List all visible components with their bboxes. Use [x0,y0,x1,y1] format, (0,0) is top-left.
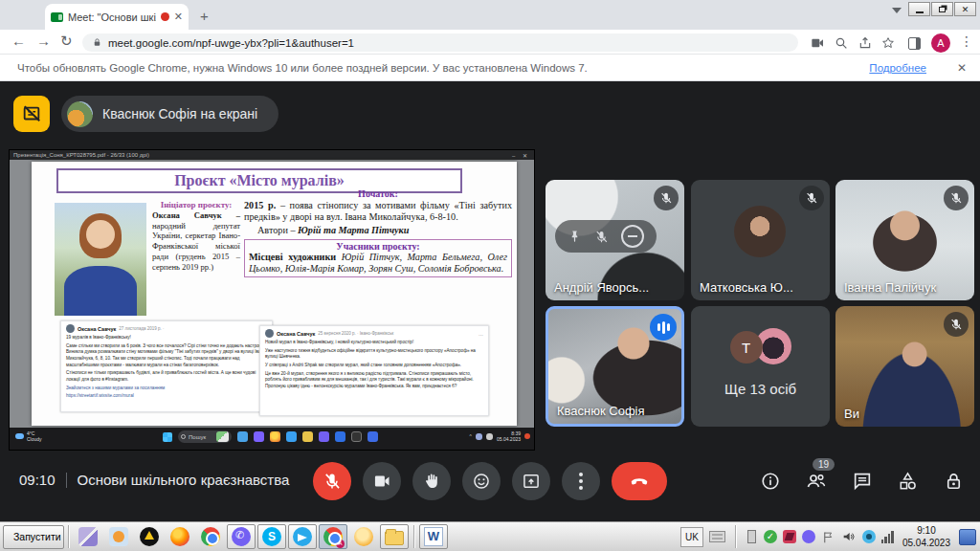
reload-icon[interactable]: ↻ [60,33,73,48]
taskbar-file-manager[interactable] [380,524,409,549]
taskbar-telegram[interactable] [288,524,317,549]
side-panel-icon[interactable] [908,37,921,50]
divider [66,473,67,488]
post-avatar [265,329,274,338]
show-desktop-button[interactable] [959,529,976,545]
participant-tile[interactable]: Іванна Палійчук [835,180,974,300]
taskbar-chrome[interactable] [196,524,225,549]
mic-muted-icon [654,186,679,210]
antivirus-ok-icon[interactable]: ✓ [764,530,777,543]
participant-name: Матковська Ю... [700,280,793,295]
mic-toggle-button[interactable] [313,462,351,500]
facebook-post: Оксана Савчук 27 листопада 2019 р. · ...… [60,320,273,412]
pdf-window-title: Презентація_Соня_КРТ028795.pdf - 26/33 (… [13,152,149,158]
host-controls-icon[interactable] [943,471,965,493]
pin-icon[interactable] [568,230,582,244]
initiator-heading: Ініціатор проєкту: [152,200,240,209]
bookmark-star-icon[interactable] [880,35,896,51]
post-author: Оксана Савчук [277,331,315,337]
notification-close-icon[interactable]: ✕ [957,61,967,75]
reactions-button[interactable] [462,462,501,500]
action-center-flag-icon[interactable] [821,530,835,544]
more-participants-tile[interactable]: T Ще 13 осіб [691,306,830,427]
window-close-button[interactable]: ✕ [954,2,976,16]
mic-muted-icon [944,312,969,337]
taskbar-viber[interactable] [227,524,256,549]
start-button[interactable]: Запустити [3,525,64,549]
chat-icon[interactable] [852,471,873,492]
more-options-button[interactable] [562,462,600,500]
presenting-banner[interactable]: Кваснюк Софія на екрані [61,96,278,132]
forward-icon[interactable]: → [36,33,51,48]
slide-members-box: Учасники проєкту: Місцеві художники Юрій… [244,239,512,277]
meeting-details-icon[interactable] [760,471,781,492]
stop-presenting-button[interactable] [13,96,50,132]
presenter-avatar [67,101,93,127]
taskbar-firefox[interactable] [166,524,194,549]
language-indicator[interactable]: UK [680,527,703,547]
word-icon [335,431,345,442]
share-icon[interactable] [858,35,873,51]
window-minimize-button[interactable] [908,2,930,16]
mic-muted-icon [799,186,824,210]
task-view-icon [237,431,248,442]
present-button[interactable] [512,462,550,500]
tray-icon [486,433,493,440]
network-signal-icon[interactable] [881,531,894,543]
notification-details-link[interactable]: Подробнее [869,62,926,74]
participant-tile[interactable]: Андрій Яворсь... [546,180,684,300]
activities-icon[interactable] [897,471,919,493]
taskbar-media-player[interactable] [104,524,133,549]
start-text: 2015 р. – поява стінопису за мотивами фі… [244,200,512,224]
camera-toggle-button[interactable] [363,462,401,500]
taskbar-daemon-tools[interactable] [135,524,164,549]
slide-initiator-section: Ініціатор проєкту: Оксана Савчук – народ… [39,200,242,320]
leave-call-button[interactable] [612,462,667,500]
tray-icon [476,433,482,440]
keyboard-icon[interactable] [709,531,725,542]
slide-page: Проєкт «Місто муралів» Ініціатор проєкту… [32,162,517,426]
search-highlight-thumb [216,431,229,442]
volume-icon[interactable] [841,529,857,544]
new-tab-button[interactable]: + [200,8,209,24]
remove-participant-icon[interactable] [621,225,644,248]
participant-tile[interactable]: Матковська Ю... [691,180,830,300]
win11-start-icon [163,432,172,442]
people-panel-button[interactable]: 19 [805,470,828,493]
tray-red-app-icon[interactable] [783,530,796,543]
lock-icon [92,37,102,48]
tab-capture-camera-icon[interactable] [810,35,825,51]
profile-avatar[interactable]: A [931,33,950,53]
meet-favicon-icon [51,12,63,22]
address-bar[interactable]: meet.google.com/npf-uwge-ybx?pli=1&authu… [82,33,798,52]
tab-close-icon[interactable]: ✕ [174,11,183,22]
mute-icon[interactable] [594,230,609,244]
chevron-down-icon[interactable] [892,8,902,13]
raise-hand-button[interactable] [412,462,451,500]
taskbar-clock[interactable]: 9:1005.04.2023 [902,524,950,549]
pdf-window-controls: – ✕ [512,152,530,159]
battery-icon[interactable] [747,530,756,543]
tray-eye-icon[interactable] [862,530,876,543]
back-icon[interactable]: ← [11,33,26,48]
taskbar-yellow-app[interactable] [349,524,378,549]
weather-widget: 4°CCloudy [15,430,42,442]
tile-hover-controls[interactable] [555,220,657,253]
taskbar-chrome-profile[interactable]: A [319,524,347,549]
browser-tab[interactable]: Meet: "Основи шкільного к ✕ [45,4,189,30]
firefox-icon [270,431,280,442]
taskbar-skype[interactable]: S [257,524,286,549]
self-view-tile[interactable]: Ви [835,306,974,427]
browser-tab-strip: Meet: "Основи шкільного к ✕ + ✕ [0,0,980,30]
taskbar-kmplayer[interactable] [74,524,102,549]
divider [68,525,69,548]
shared-screen-taskbar: 4°CCloudy Пошук [10,428,534,450]
edge-icon [286,431,297,442]
zoom-icon[interactable] [834,35,849,51]
camera-icon [372,472,391,491]
active-speaker-tile[interactable]: Кваснюк Софія [546,306,684,427]
window-restore-button[interactable] [931,2,953,16]
browser-menu-icon[interactable]: ⋮ [960,33,973,49]
taskbar-word-document[interactable] [419,524,448,549]
viber-tray-icon[interactable] [802,530,815,543]
